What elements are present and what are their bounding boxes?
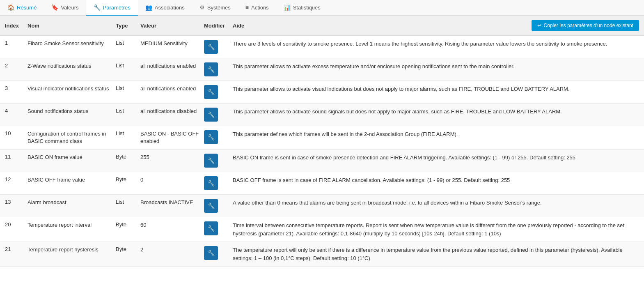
- cell-valeur: all notifications enabled: [140, 62, 204, 70]
- wrench-icon: [208, 202, 215, 209]
- cell-type: Byte: [116, 154, 140, 160]
- tab-parametres[interactable]: 🔧Paramètres: [86, 0, 138, 16]
- cell-type: List: [116, 85, 140, 91]
- cell-index: 20: [5, 221, 28, 228]
- cell-modifier: [204, 108, 233, 122]
- cell-nom: Temperature report interval: [28, 221, 116, 229]
- table-header-row: Index Nom Type Valeur Modifier Aide ↩ Co…: [0, 16, 644, 36]
- col-header-nom: Nom: [28, 23, 116, 29]
- cell-index: 1: [5, 40, 28, 46]
- cell-index: 10: [5, 130, 28, 136]
- tab-associations[interactable]: 👥Associations: [138, 0, 192, 16]
- systemes-label: Systèmes: [207, 5, 231, 11]
- cell-modifier: [204, 199, 233, 213]
- tab-actions[interactable]: ≡Actions: [238, 0, 276, 16]
- tab-valeurs[interactable]: 🔖Valeurs: [44, 0, 86, 16]
- table-row: 3 Visual indicator notifications status …: [0, 81, 644, 104]
- resume-label: Résumé: [17, 5, 37, 11]
- table-row: 4 Sound notifications status List all no…: [0, 104, 644, 126]
- cell-index: 3: [5, 85, 28, 91]
- tab-resume[interactable]: 🏠Résumé: [0, 0, 44, 16]
- modify-button[interactable]: [204, 85, 218, 99]
- col-header-modifier: Modifier: [204, 23, 233, 29]
- actions-icon: ≡: [245, 4, 249, 11]
- wrench-icon: [208, 88, 215, 96]
- cell-nom: Temperature report hysteresis: [28, 246, 116, 253]
- copy-btn-label: Copier les paramètres d'un node existant: [544, 23, 633, 28]
- cell-nom: BASIC ON frame value: [28, 154, 116, 161]
- table-row: 12 BASIC OFF frame value Byte 0 BASIC OF…: [0, 172, 644, 195]
- valeurs-label: Valeurs: [61, 5, 78, 11]
- cell-modifier: [204, 62, 233, 76]
- cell-aide: A value other than 0 means that alarms a…: [233, 199, 639, 207]
- cell-modifier: [204, 246, 233, 260]
- modify-button[interactable]: [204, 221, 218, 235]
- cell-type: Byte: [116, 176, 140, 182]
- modify-button[interactable]: [204, 199, 218, 213]
- cell-type: List: [116, 108, 140, 114]
- cell-modifier: [204, 154, 233, 168]
- cell-aide: This parameter defines which frames will…: [233, 130, 639, 138]
- cell-aide: BASIC OFF frame is sent in case of FIRE …: [233, 176, 639, 184]
- cell-valeur: 255: [140, 154, 204, 161]
- cell-aide: This parameter allows to activate sound …: [233, 108, 639, 116]
- cell-type: List: [116, 130, 140, 136]
- parametres-label: Paramètres: [103, 5, 131, 11]
- table-row: 21 Temperature report hysteresis Byte 2 …: [0, 242, 644, 267]
- copy-params-button[interactable]: ↩ Copier les paramètres d'un node exista…: [532, 20, 639, 31]
- cell-valeur: 2: [140, 246, 204, 253]
- cell-modifier: [204, 85, 233, 99]
- tab-bar: 🏠Résumé🔖Valeurs🔧Paramètres👥Associations⚙…: [0, 0, 644, 16]
- wrench-icon: [208, 180, 215, 187]
- tab-systemes[interactable]: ⚙Systèmes: [192, 0, 238, 16]
- cell-aide: This parameter allows to activate excess…: [233, 62, 639, 71]
- associations-label: Associations: [155, 5, 185, 11]
- cell-nom: BASIC OFF frame value: [28, 176, 116, 184]
- cell-index: 21: [5, 246, 28, 252]
- table-row: 1 Fibaro Smoke Sensor sensitivity List M…: [0, 36, 644, 58]
- modify-button[interactable]: [204, 108, 218, 122]
- cell-type: Byte: [116, 246, 140, 252]
- parameters-table: Index Nom Type Valeur Modifier Aide ↩ Co…: [0, 16, 644, 267]
- cell-type: List: [116, 40, 140, 46]
- table-row: 20 Temperature report interval Byte 60 T…: [0, 217, 644, 242]
- col-header-type: Type: [116, 23, 140, 29]
- modify-button[interactable]: [204, 62, 218, 76]
- modify-button[interactable]: [204, 130, 218, 144]
- cell-valeur: all notifications enabled: [140, 85, 204, 92]
- statistiques-icon: 📊: [284, 4, 291, 11]
- wrench-icon: [208, 43, 215, 51]
- systemes-icon: ⚙: [199, 4, 205, 11]
- cell-nom: Z-Wave notifications status: [28, 62, 116, 70]
- col-header-valeur: Valeur: [140, 23, 204, 29]
- cell-valeur: all notifications disabled: [140, 108, 204, 115]
- cell-nom: Fibaro Smoke Sensor sensitivity: [28, 40, 116, 47]
- col-header-index: Index: [5, 23, 28, 29]
- cell-aide: The temperature report will only be sent…: [233, 246, 639, 262]
- actions-label: Actions: [251, 5, 269, 11]
- cell-valeur: MEDIUM Sensitivity: [140, 40, 204, 47]
- cell-aide: There are 3 levels of sensitivity to smo…: [233, 40, 639, 48]
- cell-type: List: [116, 199, 140, 205]
- cell-nom: Alarm broadcast: [28, 199, 116, 206]
- table-row: 2 Z-Wave notifications status List all n…: [0, 58, 644, 81]
- cell-modifier: [204, 130, 233, 144]
- cell-aide: BASIC ON frame is sent in case of smoke …: [233, 154, 639, 162]
- modify-button[interactable]: [204, 154, 218, 168]
- wrench-icon: [208, 66, 215, 73]
- statistiques-label: Statistiques: [293, 5, 321, 11]
- wrench-icon: [208, 133, 215, 141]
- modify-button[interactable]: [204, 40, 218, 54]
- resume-icon: 🏠: [7, 4, 14, 11]
- valeurs-icon: 🔖: [51, 4, 58, 11]
- cell-valeur: BASIC ON - BASIC OFF enabled: [140, 130, 204, 145]
- modify-button[interactable]: [204, 246, 218, 260]
- associations-icon: 👥: [145, 4, 152, 11]
- table-body: 1 Fibaro Smoke Sensor sensitivity List M…: [0, 36, 644, 267]
- cell-valeur: 60: [140, 221, 204, 229]
- cell-modifier: [204, 221, 233, 235]
- tab-statistiques[interactable]: 📊Statistiques: [276, 0, 328, 16]
- table-row: 13 Alarm broadcast List Broadcasts INACT…: [0, 195, 644, 217]
- copy-icon: ↩: [537, 23, 541, 28]
- modify-button[interactable]: [204, 176, 218, 190]
